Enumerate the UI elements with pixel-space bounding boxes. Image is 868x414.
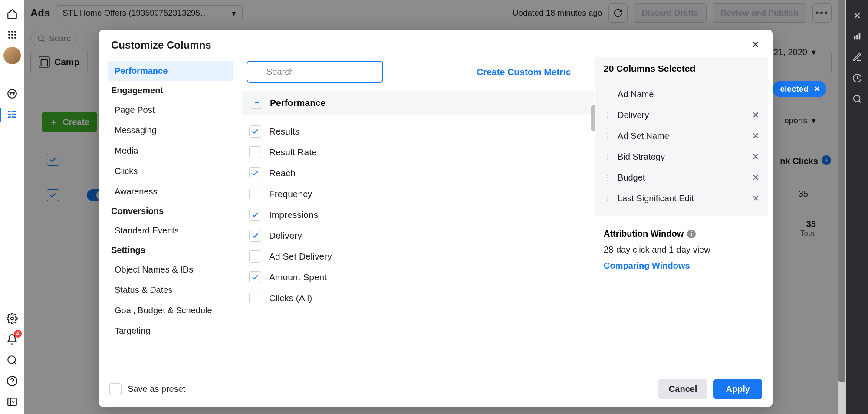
svg-point-30 [853,74,861,82]
close-button[interactable] [751,38,760,52]
edit-icon[interactable] [848,49,866,66]
category-item[interactable]: Standard Events [103,220,238,241]
drag-handle-icon[interactable]: ⋮⋮ [604,132,612,140]
metric-label: Clicks (All) [269,293,312,303]
category-sidebar: PerformanceEngagementPage PostMessagingM… [103,57,238,371]
remove-column-button[interactable]: ✕ [752,151,760,162]
metric-item[interactable]: Delivery [247,225,588,246]
category-item[interactable]: Status & Dates [103,280,238,300]
metric-checkbox[interactable] [249,188,261,200]
drag-handle-icon[interactable]: ⋮⋮ [604,194,612,203]
cancel-button[interactable]: Cancel [658,379,708,399]
metrics-scrollbar[interactable] [591,105,595,131]
drag-handle-icon[interactable]: ⋮⋮ [604,174,612,182]
metrics-column: Create Custom Metric Performance Results… [238,57,595,371]
metric-item[interactable]: Ad Set Delivery [247,246,588,267]
modal-title: Customize Columns [111,39,211,51]
section-label: Performance [270,98,326,108]
category-group-heading: Engagement [103,81,238,100]
metric-item[interactable]: Result Rate [247,142,588,163]
svg-line-34 [753,42,758,47]
remove-column-button[interactable]: ✕ [752,172,760,183]
apply-button[interactable]: Apply [713,379,762,399]
help-icon[interactable] [3,372,21,390]
svg-rect-27 [854,36,856,39]
svg-point-4 [8,34,10,36]
selected-column-item[interactable]: ⋮⋮Bid Strategy✕ [604,146,760,167]
selected-pill[interactable]: elected ✕ [773,81,826,97]
zoom-icon[interactable] [848,90,866,108]
category-item[interactable]: Media [103,141,238,161]
category-item[interactable]: Targeting [103,321,238,341]
drag-handle-icon[interactable]: ⋮⋮ [604,153,612,161]
remove-column-button[interactable]: ✕ [752,110,760,120]
save-preset-checkbox[interactable] [109,383,122,395]
avatar[interactable] [3,47,21,64]
metric-item[interactable]: Results [247,121,588,142]
gauge-icon[interactable] [3,85,21,102]
metric-checkbox[interactable] [249,167,261,179]
comparing-windows-link[interactable]: Comparing Windows [604,261,760,271]
home-icon[interactable] [3,5,21,23]
close-panel-icon[interactable] [848,7,866,24]
metric-checkbox[interactable] [249,271,261,283]
create-custom-metric-link[interactable]: Create Custom Metric [477,67,571,77]
selected-column-label: Delivery [618,110,747,120]
search-nav-icon[interactable] [3,352,21,369]
metric-checkbox[interactable] [249,250,261,263]
svg-point-9 [14,37,16,39]
metric-item[interactable]: Reach [247,163,588,184]
metric-checkbox[interactable] [249,209,261,221]
vertical-scrollbar[interactable] [838,0,846,414]
metric-checkbox[interactable] [249,292,261,304]
svg-point-3 [14,31,16,33]
category-item[interactable]: Page Post [103,100,238,120]
gear-icon[interactable] [3,310,21,327]
bell-badge: 4 [14,330,22,338]
collapse-icon[interactable] [3,393,21,411]
apps-icon[interactable] [3,26,21,43]
selected-column-item[interactable]: ⋮⋮Delivery✕ [604,105,760,125]
scrollbar-thumb[interactable] [838,0,845,382]
close-icon[interactable]: ✕ [814,84,820,94]
svg-rect-15 [8,116,11,118]
svg-line-25 [855,13,860,18]
chart-icon[interactable] [848,28,866,45]
reporting-icon[interactable] [3,106,21,123]
metric-item[interactable]: Impressions [247,204,588,225]
metric-item[interactable]: Amount Spent [247,267,588,288]
category-item[interactable]: Messaging [103,120,238,141]
metric-checkbox[interactable] [249,230,261,242]
metric-item[interactable]: Frequency [247,184,588,204]
category-item[interactable]: Awareness [103,181,238,202]
remove-column-button[interactable]: ✕ [752,131,760,141]
remove-column-button[interactable]: ✕ [752,193,760,204]
metric-label: Result Rate [269,147,317,158]
history-icon[interactable] [848,69,866,87]
selected-column-label: Last Significant Edit [618,194,747,204]
metric-checkbox[interactable] [249,146,261,158]
svg-point-7 [8,37,10,39]
category-item[interactable]: Performance [108,61,233,81]
selected-count-header: 20 Columns Selected [604,63,760,79]
svg-point-10 [8,89,16,98]
attribution-header: Attribution Window i [604,229,760,239]
metric-item[interactable]: Clicks (All) [247,288,588,309]
column-search-input[interactable] [247,61,383,83]
bell-icon[interactable]: 4 [3,331,21,348]
selected-column-item[interactable]: ⋮⋮Last Significant Edit✕ [604,188,760,209]
close-icon [751,39,760,49]
svg-point-2 [11,31,13,33]
selected-column-item[interactable]: ⋮⋮Budget✕ [604,167,760,188]
collapse-section-checkbox[interactable] [251,97,263,109]
metric-label: Reach [269,168,296,178]
selected-columns-panel: 20 Columns Selected ⋮⋮Ad Name✕⋮⋮Delivery… [595,57,768,371]
category-item[interactable]: Object Names & IDs [103,260,238,280]
drag-handle-icon[interactable]: ⋮⋮ [604,111,612,119]
metric-checkbox[interactable] [249,125,261,138]
category-item[interactable]: Clicks [103,161,238,181]
selected-column-item[interactable]: ⋮⋮Ad Set Name✕ [604,125,760,146]
info-icon[interactable]: i [687,230,696,238]
svg-point-6 [14,34,16,36]
category-item[interactable]: Goal, Budget & Schedule [103,300,238,321]
